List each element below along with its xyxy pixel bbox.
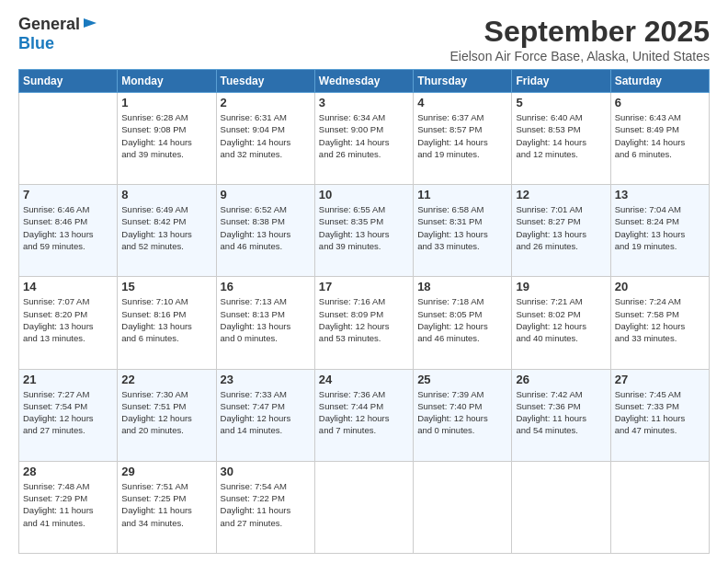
day-number: 25 (417, 373, 507, 386)
calendar-cell: 23Sunrise: 7:33 AM Sunset: 7:47 PM Dayli… (216, 369, 314, 461)
day-header-friday: Friday (512, 70, 610, 93)
day-number: 15 (121, 280, 211, 293)
day-number: 3 (319, 96, 409, 109)
calendar-cell: 20Sunrise: 7:24 AM Sunset: 7:58 PM Dayli… (610, 277, 709, 369)
day-number: 19 (516, 280, 606, 293)
day-number: 21 (23, 373, 113, 386)
day-number: 11 (417, 188, 507, 201)
day-number: 13 (615, 188, 705, 201)
calendar-cell: 11Sunrise: 6:58 AM Sunset: 8:31 PM Dayli… (414, 185, 512, 277)
day-number: 4 (417, 96, 507, 109)
calendar-cell: 9Sunrise: 6:52 AM Sunset: 8:38 PM Daylig… (216, 185, 314, 277)
calendar-cell (610, 461, 709, 553)
day-info: Sunrise: 6:31 AM Sunset: 9:04 PM Dayligh… (221, 111, 311, 160)
day-number: 12 (516, 188, 606, 201)
day-header-thursday: Thursday (414, 70, 512, 93)
day-info: Sunrise: 7:24 AM Sunset: 7:58 PM Dayligh… (615, 295, 705, 344)
day-number: 27 (615, 373, 705, 386)
day-info: Sunrise: 6:58 AM Sunset: 8:31 PM Dayligh… (417, 203, 507, 252)
day-info: Sunrise: 7:48 AM Sunset: 7:29 PM Dayligh… (23, 480, 113, 529)
logo-general: General (18, 15, 80, 34)
calendar-cell: 19Sunrise: 7:21 AM Sunset: 8:02 PM Dayli… (512, 277, 610, 369)
day-number: 29 (121, 465, 211, 478)
calendar-cell: 2Sunrise: 6:31 AM Sunset: 9:04 PM Daylig… (216, 93, 314, 185)
day-info: Sunrise: 6:37 AM Sunset: 8:57 PM Dayligh… (417, 111, 507, 160)
calendar-cell: 29Sunrise: 7:51 AM Sunset: 7:25 PM Dayli… (118, 461, 216, 553)
day-info: Sunrise: 7:51 AM Sunset: 7:25 PM Dayligh… (121, 480, 211, 529)
calendar-cell: 13Sunrise: 7:04 AM Sunset: 8:24 PM Dayli… (610, 185, 709, 277)
calendar-cell: 5Sunrise: 6:40 AM Sunset: 8:53 PM Daylig… (512, 93, 610, 185)
logo-blue: Blue (18, 34, 54, 52)
day-number: 6 (615, 96, 705, 109)
day-number: 5 (516, 96, 606, 109)
calendar-cell: 14Sunrise: 7:07 AM Sunset: 8:20 PM Dayli… (19, 277, 118, 369)
day-info: Sunrise: 6:40 AM Sunset: 8:53 PM Dayligh… (516, 111, 606, 160)
calendar-cell: 28Sunrise: 7:48 AM Sunset: 7:29 PM Dayli… (19, 461, 118, 553)
calendar-cell: 25Sunrise: 7:39 AM Sunset: 7:40 PM Dayli… (414, 369, 512, 461)
day-info: Sunrise: 7:42 AM Sunset: 7:36 PM Dayligh… (516, 388, 606, 437)
calendar-cell: 16Sunrise: 7:13 AM Sunset: 8:13 PM Dayli… (216, 277, 314, 369)
calendar-cell (314, 461, 413, 553)
day-number: 17 (319, 280, 409, 293)
day-number: 16 (221, 280, 311, 293)
day-info: Sunrise: 6:46 AM Sunset: 8:46 PM Dayligh… (23, 203, 113, 252)
calendar-cell: 15Sunrise: 7:10 AM Sunset: 8:16 PM Dayli… (118, 277, 216, 369)
day-header-monday: Monday (118, 70, 216, 93)
week-row-2: 7Sunrise: 6:46 AM Sunset: 8:46 PM Daylig… (19, 185, 710, 277)
day-info: Sunrise: 6:49 AM Sunset: 8:42 PM Dayligh… (121, 203, 211, 252)
day-header-tuesday: Tuesday (216, 70, 314, 93)
title-area: September 2025 Eielson Air Force Base, A… (450, 15, 710, 63)
calendar-cell: 30Sunrise: 7:54 AM Sunset: 7:22 PM Dayli… (216, 461, 314, 553)
week-row-3: 14Sunrise: 7:07 AM Sunset: 8:20 PM Dayli… (19, 277, 710, 369)
day-number: 1 (121, 96, 211, 109)
calendar-cell (512, 461, 610, 553)
calendar-cell: 27Sunrise: 7:45 AM Sunset: 7:33 PM Dayli… (610, 369, 709, 461)
day-number: 20 (615, 280, 705, 293)
header: General Blue September 2025 Eielson Air … (18, 15, 710, 63)
day-info: Sunrise: 7:01 AM Sunset: 8:27 PM Dayligh… (516, 203, 606, 252)
day-info: Sunrise: 7:04 AM Sunset: 8:24 PM Dayligh… (615, 203, 705, 252)
day-info: Sunrise: 7:10 AM Sunset: 8:16 PM Dayligh… (121, 295, 211, 344)
calendar-cell: 22Sunrise: 7:30 AM Sunset: 7:51 PM Dayli… (118, 369, 216, 461)
calendar-cell (414, 461, 512, 553)
day-info: Sunrise: 7:36 AM Sunset: 7:44 PM Dayligh… (319, 388, 409, 437)
calendar: SundayMondayTuesdayWednesdayThursdayFrid… (18, 69, 710, 554)
day-header-saturday: Saturday (610, 70, 709, 93)
calendar-cell: 1Sunrise: 6:28 AM Sunset: 9:08 PM Daylig… (118, 93, 216, 185)
calendar-cell: 4Sunrise: 6:37 AM Sunset: 8:57 PM Daylig… (414, 93, 512, 185)
calendar-cell: 8Sunrise: 6:49 AM Sunset: 8:42 PM Daylig… (118, 185, 216, 277)
calendar-cell: 3Sunrise: 6:34 AM Sunset: 9:00 PM Daylig… (314, 93, 413, 185)
week-row-4: 21Sunrise: 7:27 AM Sunset: 7:54 PM Dayli… (19, 369, 710, 461)
calendar-cell (19, 93, 118, 185)
main-title: September 2025 (450, 15, 710, 49)
day-info: Sunrise: 7:13 AM Sunset: 8:13 PM Dayligh… (221, 295, 311, 344)
day-info: Sunrise: 7:39 AM Sunset: 7:40 PM Dayligh… (417, 388, 507, 437)
calendar-header-row: SundayMondayTuesdayWednesdayThursdayFrid… (19, 70, 710, 93)
day-header-wednesday: Wednesday (314, 70, 413, 93)
day-number: 30 (221, 465, 311, 478)
day-number: 2 (221, 96, 311, 109)
calendar-cell: 17Sunrise: 7:16 AM Sunset: 8:09 PM Dayli… (314, 277, 413, 369)
svg-marker-0 (84, 18, 97, 28)
day-number: 8 (121, 188, 211, 201)
day-info: Sunrise: 6:28 AM Sunset: 9:08 PM Dayligh… (121, 111, 211, 160)
day-info: Sunrise: 7:07 AM Sunset: 8:20 PM Dayligh… (23, 295, 113, 344)
day-info: Sunrise: 6:52 AM Sunset: 8:38 PM Dayligh… (221, 203, 311, 252)
calendar-cell: 21Sunrise: 7:27 AM Sunset: 7:54 PM Dayli… (19, 369, 118, 461)
day-number: 22 (121, 373, 211, 386)
day-info: Sunrise: 7:33 AM Sunset: 7:47 PM Dayligh… (221, 388, 311, 437)
logo: General Blue (18, 15, 97, 53)
day-info: Sunrise: 7:54 AM Sunset: 7:22 PM Dayligh… (221, 480, 311, 529)
day-info: Sunrise: 7:30 AM Sunset: 7:51 PM Dayligh… (121, 388, 211, 437)
day-number: 23 (221, 373, 311, 386)
week-row-5: 28Sunrise: 7:48 AM Sunset: 7:29 PM Dayli… (19, 461, 710, 553)
day-info: Sunrise: 7:18 AM Sunset: 8:05 PM Dayligh… (417, 295, 507, 344)
calendar-cell: 6Sunrise: 6:43 AM Sunset: 8:49 PM Daylig… (610, 93, 709, 185)
calendar-cell: 24Sunrise: 7:36 AM Sunset: 7:44 PM Dayli… (314, 369, 413, 461)
day-info: Sunrise: 7:16 AM Sunset: 8:09 PM Dayligh… (319, 295, 409, 344)
day-number: 26 (516, 373, 606, 386)
day-info: Sunrise: 7:27 AM Sunset: 7:54 PM Dayligh… (23, 388, 113, 437)
week-row-1: 1Sunrise: 6:28 AM Sunset: 9:08 PM Daylig… (19, 93, 710, 185)
day-info: Sunrise: 7:45 AM Sunset: 7:33 PM Dayligh… (615, 388, 705, 437)
calendar-cell: 7Sunrise: 6:46 AM Sunset: 8:46 PM Daylig… (19, 185, 118, 277)
